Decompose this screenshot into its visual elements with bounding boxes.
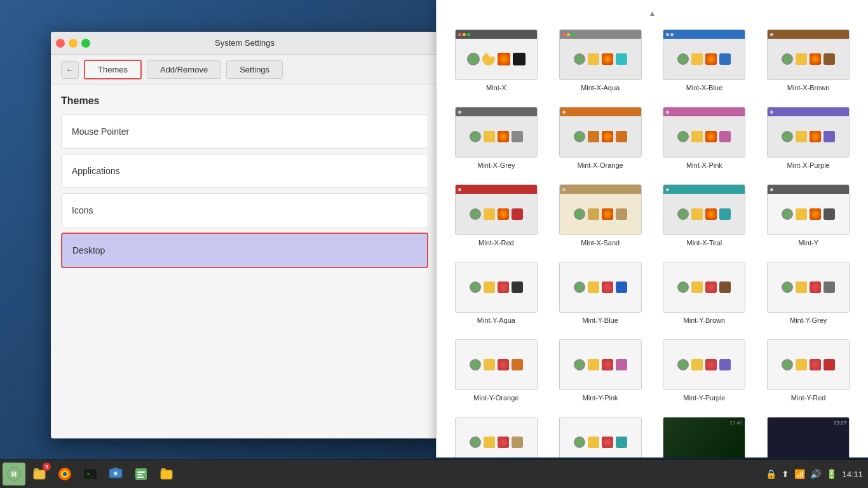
theme-mint-y[interactable]: Mint-Y [760,180,857,250]
mouse-pointer-label: Mouse Pointer [72,126,129,137]
theme-name-mint-y-purple: Mint-Y-Purple [683,394,725,402]
theme-mint-y-brown[interactable]: Mint-Y-Brown [656,258,753,328]
theme-mint-x[interactable]: Mint-X [448,25,545,95]
theme-mint-x-purple[interactable]: Mint-X-Purple [760,103,857,173]
desktop-section[interactable]: Desktop [61,233,428,268]
theme-preview-mint-y-blue [559,262,642,313]
theme-preview-mint-x-brown [767,29,850,80]
mint-menu-button[interactable]: M [3,463,25,485]
theme-mint-x-pink[interactable]: Mint-X-Pink [656,103,753,173]
theme-preview-mint-x [455,29,538,80]
theme-mint-y-sand[interactable]: Mint-Y-Sand [448,413,545,458]
minimize-button[interactable] [69,39,78,48]
upload-icon: ⬆ [782,469,789,479]
terminal-icon: >_ [83,466,98,482]
files-button[interactable]: 3 [28,463,51,485]
theme-preview-mint-y-pink [559,339,642,390]
theme-preview-mint-x-grey [455,107,538,158]
taskbar: M 3 [0,459,868,488]
theme-preview-mint-x-purple [767,107,850,158]
theme-mint-y-red[interactable]: Mint-Y-Red [760,336,857,405]
theme-vivaldi[interactable]: 23:27 Vivaldi-ZorinOS [760,413,857,458]
window-title: System Settings [215,38,275,48]
theme-mint-x-sand[interactable]: Mint-X-Sand [552,180,649,250]
svg-text:>_: >_ [86,471,93,477]
theme-name-mint-x-red: Mint-X-Red [478,239,514,247]
files2-icon [159,466,174,482]
tab-settings[interactable]: Settings [226,60,283,79]
theme-mint-x-blue[interactable]: Mint-X-Blue [656,25,753,95]
screenshot-icon [108,466,123,482]
icons-section[interactable]: Icons [61,193,428,227]
window-controls [56,39,90,48]
theme-preview-mint-x-pink [663,107,745,158]
theme-name-mint-x-purple: Mint-X-Purple [787,161,830,169]
mouse-pointer-section[interactable]: Mouse Pointer [61,114,428,149]
theme-mint-y-blue[interactable]: Mint-Y-Blue [552,258,649,328]
theme-mint-x-red[interactable]: Mint-X-Red [448,180,545,250]
theme-name-mint-y-blue: Mint-Y-Blue [582,316,618,324]
theme-mint-y-purple[interactable]: Mint-Y-Purple [656,336,753,405]
theme-preview-vivaldi: 23:27 [767,417,850,458]
theme-name-mint-x: Mint-X [486,84,506,92]
theme-mint-y-grey[interactable]: Mint-Y-Grey [760,258,857,328]
theme-name-mint-y-grey: Mint-Y-Grey [790,316,827,324]
back-button[interactable]: ← [61,61,79,79]
themes-section-title: Themes [61,95,428,107]
theme-name-mint-x-orange: Mint-X-Orange [578,161,623,169]
tab-themes[interactable]: Themes [84,60,142,79]
firefox-button[interactable] [53,463,76,485]
theme-name-mint-y-brown: Mint-Y-Brown [684,316,726,324]
desktop: System Settings ← Themes Add/Remove Sett… [0,0,868,488]
theme-preview-mint-x-teal [663,184,745,235]
files2-button[interactable] [155,463,178,485]
theme-mint-y-orange[interactable]: Mint-Y-Orange [448,336,545,405]
theme-preview-mint-x-blue [663,29,745,80]
theme-mint-x-orange[interactable]: Mint-X-Orange [552,103,649,173]
applications-section[interactable]: Applications [61,154,428,188]
sticky-notes-button[interactable] [130,463,153,485]
theme-name-mint-x-grey: Mint-X-Grey [477,161,515,169]
close-button[interactable] [56,39,65,48]
theme-mint-x-grey[interactable]: Mint-X-Grey [448,103,545,173]
sticky-notes-icon [133,466,149,482]
theme-mint-y-pink[interactable]: Mint-Y-Pink [552,336,649,405]
theme-preview-mint-y-purple [663,339,745,390]
theme-mint-x-aqua[interactable]: Mint-X-Aqua [552,25,649,95]
firefox-icon [57,466,72,482]
svg-rect-16 [161,470,172,479]
system-settings-window: System Settings ← Themes Add/Remove Sett… [51,32,438,438]
svg-rect-2 [34,470,45,479]
files-badge: 3 [43,463,51,471]
theme-name-mint-x-blue: Mint-X-Blue [686,84,722,92]
theme-preview-mint-y-red [767,339,850,390]
theme-mint-x-teal[interactable]: Mint-X-Teal [656,180,753,250]
window-titlebar: System Settings [51,32,438,55]
mint-logo-icon: M [7,467,21,481]
nav-tabs: ← Themes Add/Remove Settings [51,55,438,85]
theme-mint-y-aqua[interactable]: Mint-Y-Aqua [448,258,545,328]
screenshot-button[interactable] [104,463,127,485]
theme-picker-panel: ▲ [436,0,868,458]
theme-preview-mint-y-teal [559,417,642,458]
theme-preview-mint-y-sand [455,417,538,458]
theme-preview-silk: 23:40 [663,417,745,458]
theme-mint-x-brown[interactable]: Mint-X-Brown [760,25,857,95]
tab-add-remove[interactable]: Add/Remove [147,60,221,79]
clock: 14:11 [842,470,863,479]
terminal-button[interactable]: >_ [79,463,102,485]
taskbar-left: M 3 [0,463,180,485]
theme-name-mint-x-brown: Mint-X-Brown [787,84,830,92]
theme-name-mint-x-sand: Mint-X-Sand [581,239,620,247]
maximize-button[interactable] [81,39,90,48]
svg-rect-11 [113,468,118,470]
svg-rect-13 [137,471,145,473]
theme-preview-mint-x-aqua [559,29,642,80]
theme-preview-mint-y-aqua [455,262,538,313]
theme-mint-y-teal[interactable]: Mint-Y-Teal [552,413,649,458]
taskbar-right: 🔒 ⬆ 📶 🔊 🔋 14:11 [766,469,868,479]
applications-label: Applications [72,166,120,176]
scroll-up-indicator[interactable]: ▲ [443,6,862,20]
theme-silk[interactable]: 23:40 Silk [656,413,753,458]
vpn-icon: 🔒 [766,469,776,479]
